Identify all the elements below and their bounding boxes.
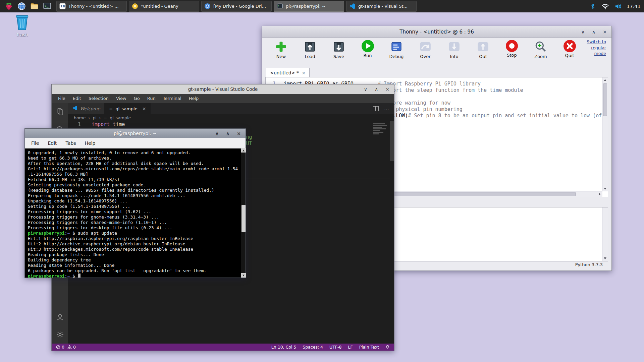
thonny-tool-new[interactable]: New	[267, 40, 296, 66]
thonny-tool-out[interactable]: Out	[469, 40, 497, 66]
bell-icon[interactable]	[385, 345, 390, 349]
scroll-up-icon[interactable]	[241, 148, 246, 153]
menu-edit[interactable]: Edit	[69, 96, 85, 101]
terminal-launcher-launcher[interactable]: >_	[42, 1, 52, 12]
terminal-line: Reading state information... Done	[28, 263, 241, 268]
breadcrumb-item[interactable]: pi	[93, 115, 96, 120]
menu-run[interactable]: Run	[144, 96, 159, 101]
scrollbar-thumb[interactable]	[241, 205, 246, 232]
terminal-output[interactable]: 0 upgraded, 1 newly installed, 0 to remo…	[25, 148, 241, 278]
vscode-scrollbar-thumb[interactable]	[390, 121, 394, 161]
warning-icon	[67, 345, 72, 349]
output-text: Fetched 66.3 MB in 38s (1,739 kB/s)	[28, 177, 120, 182]
vscode-minimap[interactable]	[373, 123, 389, 135]
thonny-tool-save[interactable]: Save	[324, 40, 353, 66]
scroll-up-icon[interactable]	[602, 77, 608, 83]
bluetooth-icon[interactable]	[590, 3, 596, 9]
menu-terminal[interactable]: Terminal	[159, 96, 185, 101]
maximize-button[interactable]: ∧	[226, 131, 229, 136]
breadcrumb-item[interactable]: home	[74, 115, 86, 120]
thonny-tool-run[interactable]: Run	[353, 40, 382, 66]
shade-button[interactable]: ∨	[581, 29, 585, 34]
menu-help[interactable]: Help	[80, 140, 100, 146]
indent-setting[interactable]: Spaces: 4	[303, 345, 323, 350]
thonny-tool-into[interactable]: Into	[440, 40, 469, 66]
menu-edit[interactable]: Edit	[43, 140, 61, 146]
scroll-down-icon[interactable]	[241, 273, 246, 278]
line-number: 1	[68, 121, 81, 128]
tab-welcome[interactable]: Welcome	[68, 103, 105, 114]
taskbar-task[interactable]: >_pi@raspberrypi: ~	[274, 1, 344, 12]
svg-text:>_: >_	[278, 4, 281, 7]
maximize-button[interactable]: ∧	[375, 87, 378, 92]
load-icon	[303, 40, 317, 53]
output-text: Need to get 66.3 MB of archives.	[28, 156, 112, 161]
tab-label: gt-sample	[115, 106, 137, 111]
menu-view[interactable]: View	[112, 96, 130, 101]
task-label: [My Drive - Google Dri...	[213, 4, 266, 9]
close-button[interactable]: ×	[237, 131, 241, 136]
thonny-shell-scrollbar[interactable]	[602, 207, 608, 261]
thonny-tool-stop[interactable]: Stop	[497, 40, 526, 66]
taskbar-task[interactable]: ThThonny - <untitled> ...	[56, 1, 127, 12]
web-browser-launcher[interactable]	[16, 1, 27, 12]
taskbar-task[interactable]: gt-sample - Visual St...	[346, 1, 417, 12]
thonny-tool-load[interactable]: Load	[296, 40, 324, 66]
terminal-line: Processing triggers for shared-mime-info…	[28, 220, 241, 225]
thonny-tool-quit[interactable]: Quit	[555, 40, 584, 66]
output-text: Reading package lists... Done	[28, 252, 104, 257]
account-icon[interactable]	[56, 313, 64, 321]
scroll-down-icon[interactable]	[602, 256, 608, 261]
thonny-tool-zoom[interactable]: Zoom	[526, 40, 555, 66]
split-editor-icon[interactable]	[373, 106, 379, 111]
minimap-line	[373, 127, 382, 128]
problems-indicator[interactable]: 0 0	[56, 345, 76, 350]
tab-gt-sample[interactable]: ≡ gt-sample ×	[105, 103, 151, 114]
zoom-icon	[534, 40, 547, 53]
shade-button[interactable]: ∨	[364, 87, 367, 92]
menu-help[interactable]: Help	[185, 96, 203, 101]
scroll-down-icon[interactable]	[602, 186, 608, 191]
files-icon[interactable]	[56, 107, 64, 116]
raspberry-menu-launcher[interactable]	[3, 1, 14, 12]
thonny-titlebar[interactable]: Thonny - <untitled> @ 6 : 96 ∨∧×	[262, 26, 611, 38]
tab-close-icon[interactable]: ×	[302, 70, 306, 75]
taskbar-task[interactable]: *untitled - Geany	[129, 1, 199, 12]
wifi-icon[interactable]	[601, 3, 609, 9]
cursor-position[interactable]: Ln 10, Col 5	[271, 345, 297, 350]
scroll-right-icon[interactable]	[597, 191, 602, 197]
close-button[interactable]: ×	[385, 87, 389, 92]
terminal-line: Reading package lists... Done	[28, 252, 241, 257]
thonny-tool-over[interactable]: Over	[411, 40, 440, 66]
thonny-tool-debug[interactable]: Debug	[382, 40, 411, 66]
menu-go[interactable]: Go	[130, 96, 144, 101]
tab-close-icon[interactable]: ×	[142, 106, 146, 111]
trash-shortcut[interactable]: Trash	[9, 14, 35, 37]
settings-gear-icon[interactable]	[56, 330, 64, 339]
switch-mode-link[interactable]: Switch to regular mode	[582, 39, 606, 57]
language-mode[interactable]: Plain Text	[359, 345, 379, 350]
vscode-titlebar[interactable]: gt-sample - Visual Studio Code ∨∧×	[52, 84, 394, 94]
shade-button[interactable]: ∨	[215, 131, 219, 136]
volume-icon[interactable]	[615, 3, 622, 9]
menu-selection[interactable]: Selection	[85, 96, 112, 101]
thonny-editor-vscrollbar[interactable]	[602, 77, 608, 191]
breadcrumb-item[interactable]: gt-sample	[110, 115, 131, 120]
maximize-button[interactable]: ∧	[592, 29, 595, 34]
close-button[interactable]: ×	[603, 29, 607, 34]
more-actions-icon[interactable]: …	[384, 106, 389, 112]
taskbar-task[interactable]: [My Drive - Google Dri...	[201, 1, 272, 12]
menu-file[interactable]: File	[27, 140, 43, 146]
menu-tabs[interactable]: Tabs	[61, 140, 80, 146]
terminal-scrollbar[interactable]	[241, 148, 246, 278]
terminal-titlebar[interactable]: pi@raspberrypi: ~ ∨∧×	[25, 129, 246, 138]
task-label: pi@raspberrypi: ~	[286, 4, 326, 9]
scrollbar-thumb[interactable]	[603, 83, 607, 116]
encoding-setting[interactable]: UTF-8	[329, 345, 341, 350]
thonny-tab-untitled[interactable]: <untitled> * ×	[266, 68, 310, 77]
eol-setting[interactable]: LF	[348, 345, 353, 350]
menu-file[interactable]: File	[54, 96, 69, 101]
tool-label: Stop	[507, 53, 517, 58]
file-manager-launcher[interactable]	[29, 1, 40, 12]
vscode-menubar: FileEditSelectionViewGoRunTerminalHelp	[52, 94, 394, 103]
